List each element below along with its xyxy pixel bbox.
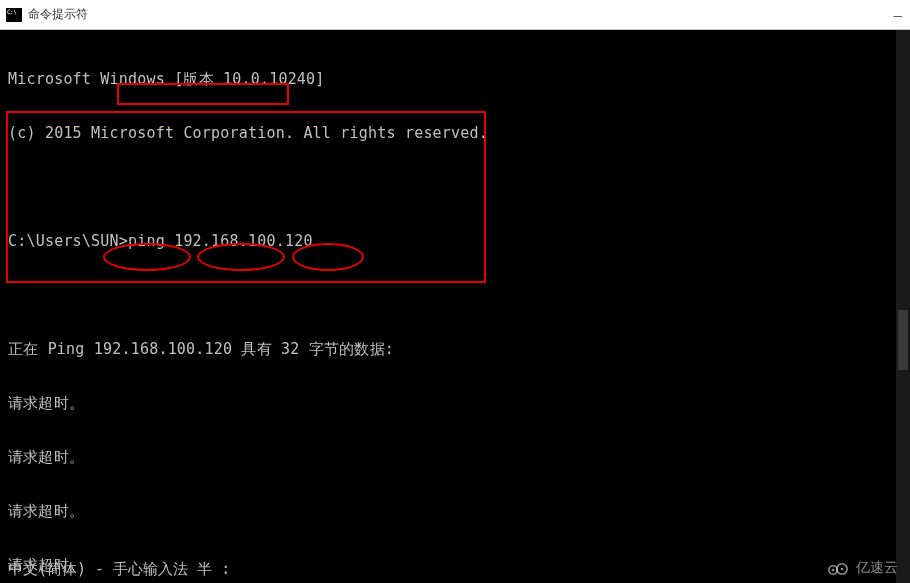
terminal-output[interactable]: Microsoft Windows [版本 10.0.10240] (c) 20… bbox=[0, 30, 910, 583]
scrollbar-track[interactable] bbox=[896, 30, 910, 583]
watermark: 亿速云 bbox=[824, 559, 898, 577]
terminal-line: 正在 Ping 192.168.100.120 具有 32 字节的数据: bbox=[8, 340, 902, 358]
terminal-line: 请求超时。 bbox=[8, 394, 902, 412]
cloud-icon bbox=[824, 559, 852, 577]
terminal-line: 请求超时。 bbox=[8, 448, 902, 466]
minimize-button[interactable]: — bbox=[894, 7, 902, 23]
terminal-line: Microsoft Windows [版本 10.0.10240] bbox=[8, 70, 902, 88]
terminal-line: 请求超时。 bbox=[8, 502, 902, 520]
scrollbar-thumb[interactable] bbox=[898, 310, 908, 370]
svg-point-3 bbox=[841, 568, 844, 571]
window-titlebar: 命令提示符 — bbox=[0, 0, 910, 30]
terminal-line bbox=[8, 178, 902, 196]
cmd-icon bbox=[6, 8, 22, 22]
window-controls: — bbox=[894, 0, 902, 29]
svg-point-2 bbox=[832, 569, 835, 572]
watermark-text: 亿速云 bbox=[856, 559, 898, 577]
terminal-line: C:\Users\SUN>ping 192.168.100.120 bbox=[8, 232, 902, 250]
window-title: 命令提示符 bbox=[28, 6, 88, 23]
ime-status: 中文(简体) - 手心输入法 半 : bbox=[8, 560, 230, 579]
terminal-line bbox=[8, 286, 902, 304]
terminal-line: (c) 2015 Microsoft Corporation. All righ… bbox=[8, 124, 902, 142]
